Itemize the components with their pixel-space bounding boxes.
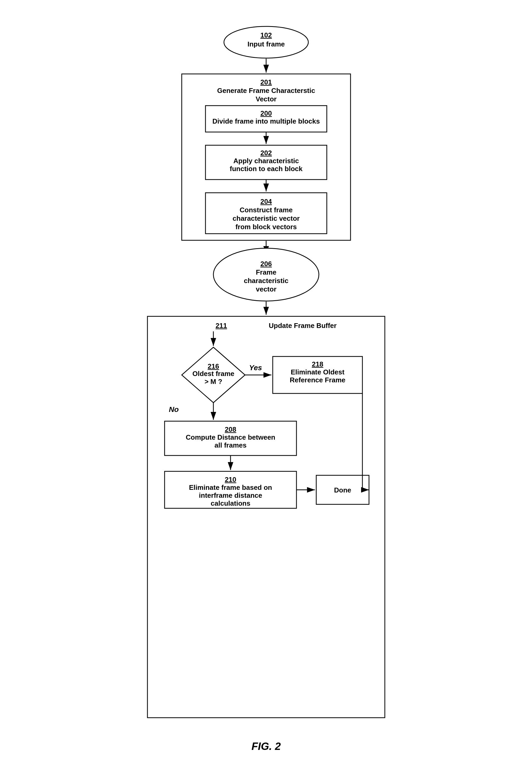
node-218-text1: Eliminate Oldest [291,368,344,376]
node-210-text2: interframe distance [199,491,262,499]
node-218-text2: Reference Frame [290,376,345,384]
node-208-text2: all frames [214,441,246,449]
node-201-num: 201 [260,78,272,86]
node-204-text3: from block vectors [235,223,297,231]
svg-diagram: .fl-text { font-family: Arial, sans-seri… [121,21,411,762]
fig-2-label: FIG. 2 [251,740,281,752]
node-204-text2: characteristic vector [232,215,299,222]
node-216-text2: > M ? [204,378,222,386]
node-210-text3: calculations [210,499,250,507]
node-211-label: Update Frame Buffer [269,322,337,330]
no-label: No [169,405,179,413]
node-216-num: 216 [208,362,219,370]
node-206-text2: characteristic [244,277,288,285]
node-202-text1: Apply characteristic [233,157,299,165]
node-206-text1: Frame [256,268,276,276]
node-210-text1: Eliminate frame based on [189,483,272,491]
node-202-num: 202 [260,149,272,157]
node-204-num: 204 [260,198,272,206]
node-200-num: 200 [260,109,272,117]
node-204-text1: Construct frame [239,206,293,214]
node-done-text: Done [334,486,351,494]
node-206-text3: vector [256,285,276,293]
node-201-text1: Generate Frame Characterstic [217,87,315,94]
node-208-num: 208 [225,425,236,433]
node-208-text1: Compute Distance between [186,433,275,441]
node-200-text: Divide frame into multiple blocks [212,117,320,125]
node-102-label: Input frame [247,40,285,48]
node-210-num: 210 [225,475,236,483]
yes-label: Yes [249,364,262,372]
node-211-num: 211 [215,322,227,330]
node-202-text2: function to each block [230,165,303,173]
node-206-num: 206 [260,260,272,268]
node-218-num: 218 [312,360,323,368]
node-102-num: 102 [260,31,272,39]
flowchart-svg: .fl-text { font-family: Arial, sans-seri… [121,21,411,760]
node-216-text1: Oldest frame [192,370,234,378]
node-201-text2: Vector [256,95,277,103]
